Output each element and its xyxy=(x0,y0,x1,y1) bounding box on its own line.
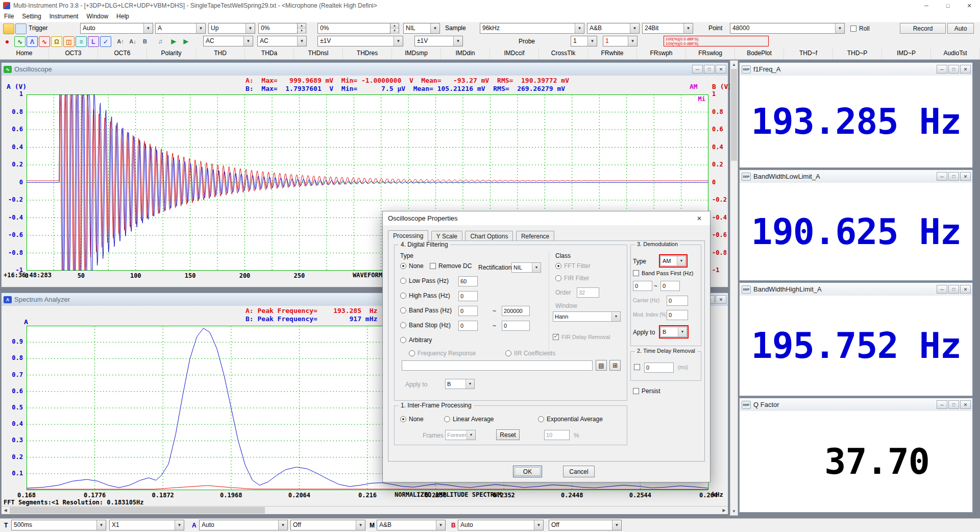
low-pass-option[interactable]: Low Pass (Hz) xyxy=(400,277,449,284)
high-pass-option[interactable]: High Pass (Hz) xyxy=(400,292,450,299)
chevron-down-icon[interactable]: ▼ xyxy=(575,23,584,33)
exponential-average-radio[interactable] xyxy=(538,416,544,422)
channel-b-filter-select[interactable]: Off ▼ xyxy=(549,520,622,530)
close-button[interactable]: ✕ xyxy=(960,172,971,181)
low-pass-radio[interactable] xyxy=(400,278,406,284)
exp-average-field[interactable]: 10 xyxy=(544,430,570,440)
linear-average-radio[interactable] xyxy=(444,416,450,422)
arbitrary-option[interactable]: Arbitrary xyxy=(400,336,432,344)
tab-thd~p[interactable]: THD~P xyxy=(833,48,882,59)
speaker-icon[interactable]: ♫ xyxy=(155,36,165,46)
oscilloscope-icon[interactable]: ∿ xyxy=(14,36,26,47)
close-button[interactable]: ✕ xyxy=(716,295,726,304)
data-logger-icon[interactable]: ≡ xyxy=(76,36,87,47)
chevron-down-icon[interactable]: ▼ xyxy=(453,36,462,46)
band-pass-from-field[interactable]: 0 xyxy=(458,306,478,316)
meter-titlebar[interactable]: DDP f1Freq_A ─ □ ✕ xyxy=(740,63,972,76)
record-button[interactable]: Record xyxy=(900,23,946,34)
fir-filter-option[interactable]: FIR Filter xyxy=(555,275,589,282)
band-stop-from-field[interactable]: 0 xyxy=(458,321,478,331)
signal-generator-icon[interactable]: ∿ xyxy=(39,36,50,47)
vertical-scrollbar[interactable]: ▲ ▼ xyxy=(730,60,738,516)
spin-up-icon[interactable]: ▲ xyxy=(390,23,399,29)
chevron-down-icon[interactable]: ▼ xyxy=(246,23,255,33)
tab-thdres[interactable]: THDres xyxy=(343,48,392,59)
menu-window[interactable]: Window xyxy=(82,11,112,22)
tab-y-scale[interactable]: Y Scale xyxy=(431,231,462,241)
tab-thd[interactable]: THD xyxy=(196,48,245,59)
view-manager-icon[interactable] xyxy=(15,23,27,34)
band-pass-first-option[interactable]: Band Pass First (Hz) xyxy=(633,270,693,276)
scroll-down-icon[interactable]: ▼ xyxy=(730,507,738,515)
multimeter-icon[interactable]: Ω xyxy=(51,36,62,47)
band-stop-option[interactable]: Band Stop (Hz) xyxy=(400,322,451,329)
channel-a-mode-select[interactable]: Auto ▼ xyxy=(199,520,288,530)
points-select[interactable]: 48000 ▼ xyxy=(730,23,845,34)
font-smaller-icon[interactable]: A↓ xyxy=(128,36,138,46)
tab-bodeplot[interactable]: BodePlot xyxy=(735,48,784,59)
tab-frswph[interactable]: FRswph xyxy=(637,48,686,59)
band-pass-to-field[interactable]: 200000 xyxy=(502,306,530,316)
run-a-icon[interactable]: ▶ xyxy=(168,36,179,46)
minimize-button[interactable]: ─ xyxy=(937,400,947,409)
high-pass-field[interactable]: 0 xyxy=(458,291,478,301)
filter-none-option[interactable]: None xyxy=(400,262,424,270)
ifp-none-option[interactable]: None xyxy=(400,416,424,423)
minimize-button[interactable]: ─ xyxy=(937,65,947,74)
fft-filter-option[interactable]: FFT Filter xyxy=(555,262,591,270)
persist-checkbox[interactable] xyxy=(633,388,639,394)
device-test-plan-icon[interactable]: ✓ xyxy=(100,36,111,47)
tab-oct6[interactable]: OCT6 xyxy=(98,48,147,59)
tab-home[interactable]: Home xyxy=(0,48,49,59)
chevron-down-icon[interactable]: ▼ xyxy=(175,520,184,530)
fft-filter-radio[interactable] xyxy=(555,263,561,269)
trigger-hpf-select[interactable]: NIL ▼ xyxy=(403,23,440,34)
tab-imdsmp[interactable]: IMDsmp xyxy=(392,48,441,59)
sample-rate-select[interactable]: 96kHz ▼ xyxy=(480,23,584,34)
chevron-down-icon[interactable]: ▼ xyxy=(430,23,439,33)
tab-imdccif[interactable]: IMDccif xyxy=(490,48,539,59)
time-delay-option[interactable] xyxy=(634,364,643,370)
zoom-select[interactable]: X1 ▼ xyxy=(109,520,184,530)
chevron-down-icon[interactable]: ▼ xyxy=(96,520,106,530)
mod-index-field[interactable]: 0 xyxy=(667,310,688,320)
chevron-down-icon[interactable]: ▼ xyxy=(278,520,287,530)
chevron-down-icon[interactable]: ▼ xyxy=(297,36,306,46)
meter-titlebar[interactable]: DDP BandWidthHighLimit_A ─ □ ✕ xyxy=(740,283,972,296)
lcr-meter-icon[interactable]: L xyxy=(88,36,99,47)
trigger-delay-stepper[interactable]: 0% ▲▼ xyxy=(317,23,399,34)
fir-filter-radio[interactable] xyxy=(555,275,561,281)
channel-a-filter-select[interactable]: Off ▼ xyxy=(290,520,365,530)
menu-instrument[interactable]: Instrument xyxy=(45,11,83,22)
open-file-icon[interactable] xyxy=(3,23,14,34)
minimize-button[interactable]: ─ xyxy=(937,172,947,181)
spin-down-icon[interactable]: ▼ xyxy=(390,29,399,34)
chevron-down-icon[interactable]: ▼ xyxy=(467,430,475,440)
probe-b-select[interactable]: 1 ▼ xyxy=(603,36,638,46)
demod-bp-from-field[interactable]: 0 xyxy=(633,281,652,291)
carrier-field[interactable]: 0 xyxy=(667,296,688,306)
restore-button[interactable]: □ xyxy=(948,172,959,181)
exponential-average-option[interactable]: Exponential Average xyxy=(538,416,603,423)
grid-editor-icon[interactable]: ⊞ xyxy=(609,360,621,371)
chevron-down-icon[interactable]: ▼ xyxy=(534,520,543,530)
close-button[interactable]: ✕ xyxy=(716,65,726,74)
ok-button[interactable]: OK xyxy=(513,466,542,477)
filter-apply-to-select[interactable]: B ▼ xyxy=(445,379,475,389)
tab-processing[interactable]: Processing xyxy=(388,230,428,241)
arbitrary-radio[interactable] xyxy=(400,337,406,343)
restore-button[interactable]: □ xyxy=(948,400,959,409)
tab-thdnsl[interactable]: THDnsl xyxy=(294,48,343,59)
chevron-down-icon[interactable]: ▼ xyxy=(143,23,153,33)
oscilloscope-titlebar[interactable]: ∿ Oscilloscope ─ □ ✕ xyxy=(2,63,728,76)
chevron-down-icon[interactable]: ▼ xyxy=(835,23,844,33)
chevron-down-icon[interactable]: ▼ xyxy=(587,36,597,46)
chevron-down-icon[interactable]: ▼ xyxy=(630,23,639,33)
chevron-down-icon[interactable]: ▼ xyxy=(436,520,445,530)
none-radio[interactable] xyxy=(400,263,406,269)
close-button[interactable]: ✕ xyxy=(960,400,971,409)
chevron-down-icon[interactable]: ▼ xyxy=(243,36,253,46)
chevron-down-icon[interactable]: ▼ xyxy=(628,36,637,46)
minimize-button[interactable]: ─ xyxy=(916,0,937,11)
math-mode-select[interactable]: A&B ▼ xyxy=(377,520,446,530)
